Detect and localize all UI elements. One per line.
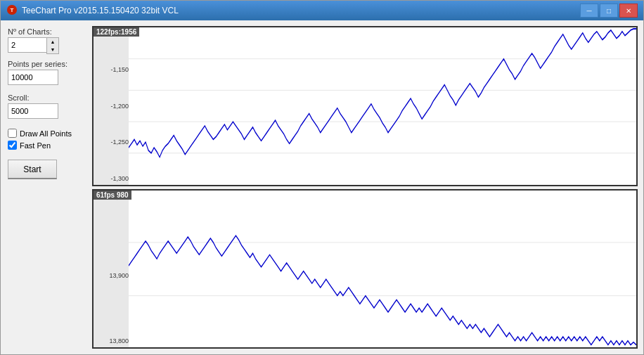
chart-1-y-label-4: -1,300 <box>110 175 129 182</box>
chart-1-svg <box>129 27 636 185</box>
chart-1-inner <box>129 27 636 185</box>
num-charts-label: Nº of Charts: <box>8 27 85 36</box>
fast-pen-row[interactable]: Fast Pen <box>8 141 85 150</box>
chart-2-y-label-2: 13,800 <box>109 337 129 344</box>
num-charts-up-button[interactable]: ▲ <box>47 38 58 46</box>
num-charts-section: Nº of Charts: ▲ ▼ <box>8 27 85 54</box>
scroll-input[interactable] <box>8 103 58 119</box>
title-bar-controls: ─ □ ✕ <box>580 4 638 18</box>
chart-2-inner <box>129 191 636 348</box>
chart-1: 122fps:1956 -1,100 -1,150 -1,200 -1,250 … <box>92 26 638 186</box>
main-content: Nº of Charts: ▲ ▼ Points per series: Scr… <box>1 20 643 354</box>
chart-2-svg <box>129 191 636 348</box>
scroll-label: Scroll: <box>8 93 85 102</box>
start-button[interactable]: Start <box>8 160 57 179</box>
title-bar-left: T TeeChart Pro v2015.15.150420 32bit VCL <box>6 4 179 18</box>
chart-1-fps-badge: 122fps:1956 <box>94 27 139 37</box>
minimize-button[interactable]: ─ <box>580 4 598 18</box>
maximize-button[interactable]: □ <box>600 4 618 18</box>
fast-pen-checkbox[interactable] <box>8 141 17 150</box>
chart-2: 61fps 980 14,000 13,900 13,800 <box>92 189 638 349</box>
num-charts-spin-buttons: ▲ ▼ <box>46 37 59 54</box>
chart-1-y-label-3: -1,250 <box>110 138 129 146</box>
chart-1-y-axis: -1,100 -1,150 -1,200 -1,250 -1,300 <box>94 27 130 185</box>
window-title: TeeChart Pro v2015.15.150420 32bit VCL <box>22 6 179 15</box>
charts-area: 122fps:1956 -1,100 -1,150 -1,200 -1,250 … <box>92 20 643 354</box>
draw-all-points-label: Draw All Points <box>20 129 72 138</box>
chart-2-y-label-1: 13,900 <box>109 272 129 279</box>
app-icon: T <box>6 4 18 18</box>
num-charts-spinbox: ▲ ▼ <box>8 37 85 54</box>
chart-2-fps-badge: 61fps 980 <box>94 191 131 200</box>
num-charts-input[interactable] <box>8 37 46 53</box>
close-button[interactable]: ✕ <box>619 4 638 18</box>
scroll-section: Scroll: <box>8 93 85 119</box>
points-per-series-section: Points per series: <box>8 60 85 85</box>
draw-all-points-checkbox[interactable] <box>8 129 17 138</box>
svg-text:T: T <box>11 7 14 13</box>
sidebar: Nº of Charts: ▲ ▼ Points per series: Scr… <box>1 20 92 354</box>
title-bar: T TeeChart Pro v2015.15.150420 32bit VCL… <box>1 1 643 20</box>
chart-1-y-label-1: -1,150 <box>110 66 129 73</box>
checkboxes-section: Draw All Points Fast Pen <box>8 129 85 150</box>
chart-2-y-axis: 14,000 13,900 13,800 <box>94 191 130 348</box>
points-per-series-input[interactable] <box>8 70 58 85</box>
num-charts-down-button[interactable]: ▼ <box>47 46 58 53</box>
points-per-series-label: Points per series: <box>8 60 85 68</box>
chart-1-y-label-2: -1,200 <box>110 103 129 110</box>
fast-pen-label: Fast Pen <box>20 141 51 150</box>
draw-all-points-row[interactable]: Draw All Points <box>8 129 85 138</box>
main-window: T TeeChart Pro v2015.15.150420 32bit VCL… <box>0 0 644 355</box>
